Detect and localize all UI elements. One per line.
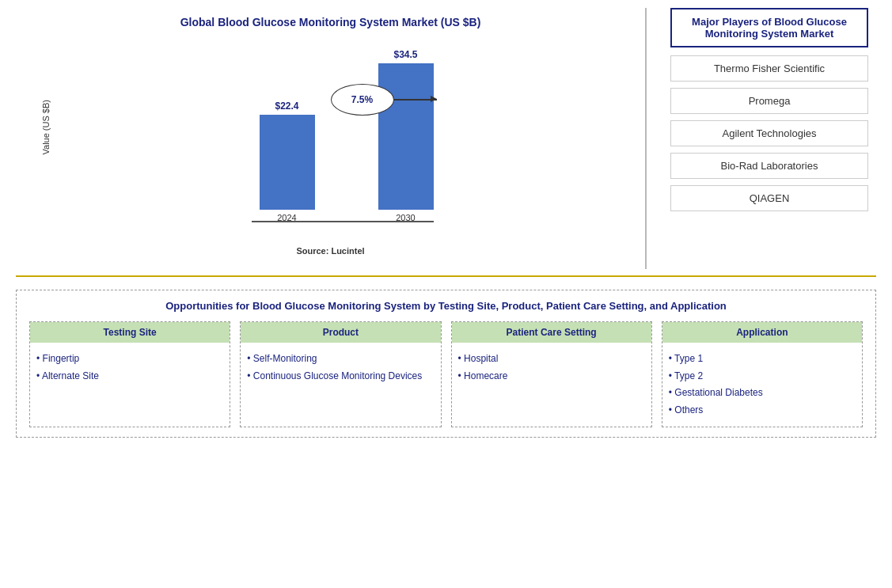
categories-grid: Testing Site Fingertip Alternate Site Pr… — [29, 321, 863, 427]
testing-site-item-1: Alternate Site — [36, 368, 223, 385]
category-header-application: Application — [662, 322, 862, 343]
product-item-0: Self-Monitoring — [247, 351, 434, 368]
chart-area: Global Blood Glucose Monitoring System M… — [16, 8, 647, 269]
bar-2024-value: $22.4 — [275, 101, 298, 112]
source-text: Source: Lucintel — [296, 246, 364, 256]
application-item-2: Gestational Diabetes — [669, 385, 856, 402]
bar-2024-rect — [260, 115, 315, 210]
bottom-section: Opportunities for Blood Glucose Monitori… — [16, 290, 876, 438]
category-body-patient-care: Hospital Homecare — [452, 343, 651, 427]
category-header-testing-site: Testing Site — [30, 322, 230, 343]
player-item-4: QIAGEN — [670, 185, 868, 211]
player-item-0: Thermo Fisher Scientific — [670, 55, 868, 82]
cagr-ellipse: 7.5% — [331, 84, 394, 116]
main-container: Global Blood Glucose Monitoring System M… — [0, 0, 892, 588]
chart-wrapper: Value (US $B) $22.4 2024 $34.5 2030 — [32, 36, 629, 242]
category-patient-care: Patient Care Setting Hospital Homecare — [451, 321, 652, 427]
testing-site-item-0: Fingertip — [36, 351, 223, 368]
player-item-2: Agilent Technologies — [670, 120, 868, 146]
application-item-0: Type 1 — [669, 351, 856, 368]
category-header-product: Product — [241, 322, 440, 343]
y-axis-label: Value (US $B) — [41, 100, 51, 155]
baseline — [252, 221, 434, 222]
category-body-application: Type 1 Type 2 Gestational Diabetes Other… — [662, 343, 862, 427]
bar-2030: $34.5 2030 — [378, 49, 434, 222]
category-body-product: Self-Monitoring Continuous Glucose Monit… — [241, 343, 440, 427]
player-item-1: Promega — [670, 88, 868, 114]
category-product: Product Self-Monitoring Continuous Gluco… — [240, 321, 441, 427]
cagr-arrow-line — [393, 99, 437, 101]
cagr-arrow-head — [431, 96, 437, 102]
product-item-1: Continuous Glucose Monitoring Devices — [247, 368, 434, 385]
bar-2024: $22.4 2024 — [260, 101, 315, 222]
application-item-3: Others — [669, 402, 856, 419]
chart-title: Global Blood Glucose Monitoring System M… — [180, 16, 481, 28]
patient-care-item-0: Hospital — [458, 351, 645, 368]
patient-care-item-1: Homecare — [458, 368, 645, 385]
players-title: Major Players of Blood Glucose Monitorin… — [670, 8, 868, 47]
category-header-patient-care: Patient Care Setting — [452, 322, 651, 343]
bar-2030-value: $34.5 — [393, 49, 417, 60]
application-item-1: Type 2 — [669, 368, 856, 385]
player-item-3: Bio-Rad Laboratories — [670, 153, 868, 179]
category-body-testing-site: Fingertip Alternate Site — [30, 343, 230, 427]
players-panel: Major Players of Blood Glucose Monitorin… — [662, 8, 876, 269]
opportunities-title: Opportunities for Blood Glucose Monitori… — [29, 300, 863, 312]
top-section: Global Blood Glucose Monitoring System M… — [16, 8, 876, 277]
cagr-value: 7.5% — [351, 94, 373, 105]
cagr-annotation: 7.5% — [331, 84, 394, 116]
category-testing-site: Testing Site Fingertip Alternate Site — [29, 321, 230, 427]
category-application: Application Type 1 Type 2 Gestational Di… — [662, 321, 863, 427]
